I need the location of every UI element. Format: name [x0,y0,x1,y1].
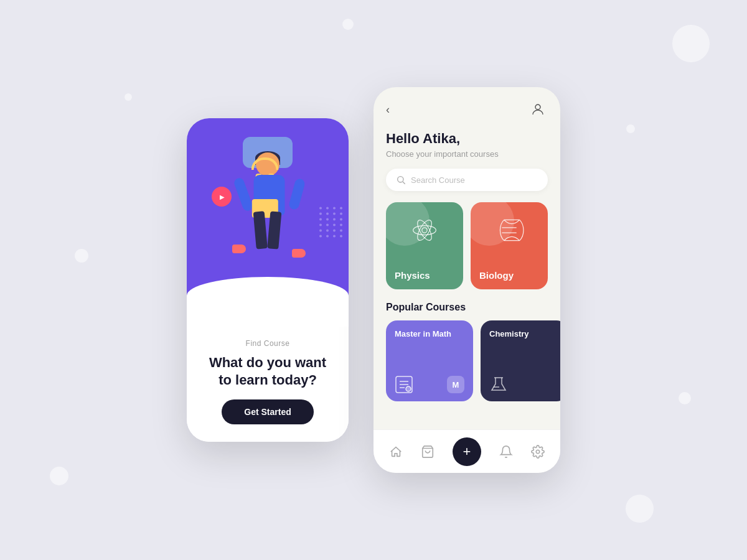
phone-right: ‹ Hello Atika, Choose your important cou… [374,87,560,473]
bottom-nav: + [374,429,560,473]
cart-icon [421,445,435,459]
student-arm-right [288,178,306,210]
bg-circle-3 [626,124,635,133]
math-card-title: Master in Math [395,329,451,340]
search-bar[interactable]: Search Course [386,169,548,191]
bg-circle-5 [626,495,654,523]
course-card-physics[interactable]: Physics [386,202,463,289]
biology-label: Biology [479,270,514,281]
svg-point-0 [535,105,540,110]
phone-left: Find Course What do you want to learn to… [187,118,349,442]
student-arm-left [233,177,254,212]
settings-icon [531,445,545,459]
plus-icon: + [463,445,471,459]
svg-point-1 [398,177,403,182]
courses-row: Physics [386,202,548,289]
phone-left-bottom: Find Course What do you want to learn to… [187,327,349,442]
home-icon [389,445,403,459]
bg-circle-7 [125,93,132,101]
find-course-label: Find Course [246,339,290,348]
wave-white [187,277,349,327]
popular-card-chemistry[interactable]: Chemistry [481,320,560,401]
search-icon [396,175,406,185]
phone-left-top [187,118,349,327]
physics-icon [409,215,440,248]
bell-icon [499,445,513,459]
course-card-biology[interactable]: Biology [471,202,548,289]
svg-point-4 [413,226,436,235]
popular-title: Popular Courses [386,302,548,313]
bg-circle-1 [342,19,354,30]
student-shoe-right [292,249,306,258]
phones-container: Find Course What do you want to learn to… [187,87,560,473]
flask-icon [489,375,508,394]
math-icon [395,375,413,394]
bg-circle-8 [679,392,691,404]
profile-icon [530,102,545,117]
svg-line-2 [403,182,405,184]
student-shoe-left [232,245,246,253]
bg-circle-2 [672,25,710,62]
bg-circle-6 [75,249,88,263]
nav-bell[interactable] [499,445,513,459]
nav-add-button[interactable]: + [453,437,481,466]
svg-point-19 [537,450,540,454]
back-button[interactable]: ‹ [386,103,390,116]
chemistry-card-title: Chemistry [489,329,529,340]
phone-right-content: ‹ Hello Atika, Choose your important cou… [374,87,560,429]
biology-icon [494,215,525,248]
math-badge: M [447,376,464,393]
nav-cart[interactable] [421,445,435,459]
nav-home[interactable] [389,445,403,459]
profile-icon-wrap[interactable] [528,100,548,119]
popular-courses-row: Master in Math M Chemistry [386,320,548,401]
main-headline: What do you want to learn today? [209,354,326,390]
svg-point-3 [422,228,427,233]
dot-grid [319,207,344,238]
chemistry-card-bottom [489,375,559,394]
get-started-button[interactable]: Get Started [222,399,313,424]
svg-point-15 [406,386,411,391]
nav-settings[interactable] [531,445,545,459]
student-illustration [227,152,308,296]
greeting-name: Hello Atika, [386,131,548,147]
greeting-sub: Choose your important courses [386,149,548,159]
bg-circle-4 [50,467,68,485]
student-leg-right [267,211,281,249]
popular-card-math[interactable]: Master in Math M [386,320,473,401]
right-header: ‹ [386,100,548,119]
search-placeholder: Search Course [411,175,465,185]
math-card-bottom: M [395,375,464,394]
physics-label: Physics [395,270,430,281]
